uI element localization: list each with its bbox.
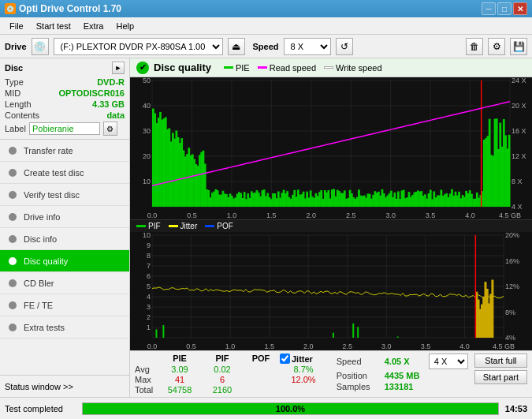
stats-right: Speed 4.05 X 4 X Position 4435 MB Sample… (337, 354, 468, 395)
stats-header-row: PIE PIF POF Jitter (135, 354, 330, 364)
disc-panel: Disc ► Type DVD-R MID OPTODISCR016 Lengt… (0, 58, 129, 140)
pif-legend-color (136, 225, 146, 227)
sidebar-item-disc-quality[interactable]: Disc quality (0, 250, 129, 272)
sidebar-label-verify-test-disc: Verify test disc (24, 190, 80, 200)
status-completed-text: Test completed (5, 404, 76, 413)
type-label: Type (5, 77, 24, 87)
main-layout: Disc ► Type DVD-R MID OPTODISCR016 Lengt… (0, 58, 532, 397)
menu-help[interactable]: Help (110, 20, 140, 32)
speed-stat-label: Speed (337, 357, 380, 366)
sidebar-menu: Transfer rate Create test disc Verify te… (0, 140, 129, 375)
upper-legend: PIE Read speed Write speed (224, 63, 382, 73)
settings-button[interactable]: ⚙ (488, 38, 505, 55)
erase-button[interactable]: 🗑 (466, 38, 483, 55)
sidebar-item-extra-tests[interactable]: Extra tests (0, 316, 129, 339)
sidebar-item-cd-bler[interactable]: CD Bler (0, 272, 129, 294)
minimize-button[interactable]: ─ (482, 2, 496, 15)
avg-jitter: 8.7% (280, 365, 327, 374)
disc-quality-header: ✔ Disc quality PIE Read speed Write spee… (130, 58, 532, 77)
total-pif: 2160 (203, 385, 242, 395)
sidebar-label-cd-bler: CD Bler (24, 279, 54, 288)
disc-info-btn[interactable]: ► (112, 62, 125, 74)
sidebar-item-create-test-disc[interactable]: Create test disc (0, 162, 129, 184)
pif-header: PIF (203, 354, 242, 363)
mid-label: MID (5, 88, 20, 98)
menu-bar: File Start test Extra Help (0, 17, 532, 35)
sidebar-label-disc-quality: Disc quality (24, 256, 68, 266)
contents-label: Contents (5, 110, 39, 120)
sidebar-label-disc-info: Disc info (24, 234, 57, 244)
menu-start-test[interactable]: Start test (30, 20, 77, 32)
pof-legend-label: POF (217, 222, 233, 230)
sidebar-label-transfer-rate: Transfer rate (24, 146, 73, 155)
label-input[interactable] (29, 122, 100, 135)
pie-header: PIE (160, 354, 199, 363)
lower-legend: PIF Jitter POF (130, 220, 532, 232)
sidebar-item-drive-info[interactable]: Drive info (0, 206, 129, 228)
max-pif: 6 (203, 375, 242, 384)
write-speed-legend-label: Write speed (336, 63, 382, 73)
position-stat-label: Position (337, 371, 380, 380)
total-label: Total (135, 385, 157, 395)
mid-value: OPTODISCR016 (58, 88, 125, 98)
pie-legend-color (224, 66, 233, 69)
sidebar-label-drive-info: Drive info (24, 212, 60, 222)
length-value: 4.33 GB (92, 99, 125, 109)
jitter-header: Jitter (292, 354, 313, 364)
total-pie: 54758 (160, 385, 199, 395)
max-label: Max (135, 375, 157, 384)
sidebar-item-transfer-rate[interactable]: Transfer rate (0, 140, 129, 162)
length-label: Length (5, 99, 32, 109)
speed-label: Speed (253, 42, 279, 51)
lower-chart-canvas (130, 232, 532, 350)
disc-label: Disc (5, 63, 23, 73)
drive-label: Drive (5, 42, 27, 51)
type-value: DVD-R (97, 77, 125, 87)
stats-bar: PIE PIF POF Jitter Avg 3.09 (130, 350, 532, 397)
samples-stat-label: Samples (337, 382, 380, 391)
content-area: ✔ Disc quality PIE Read speed Write spee… (130, 58, 532, 397)
menu-file[interactable]: File (3, 20, 30, 32)
drive-bar: Drive 💿 (F:) PLEXTOR DVDR PX-890SA 1.00 … (0, 35, 532, 58)
stats-avg-row: Avg 3.09 0.02 8.7% (135, 365, 330, 374)
sidebar: Disc ► Type DVD-R MID OPTODISCR016 Lengt… (0, 58, 130, 397)
status-bar: Test completed 100.0% 14:53 (0, 397, 532, 419)
start-part-button[interactable]: Start part (474, 370, 527, 384)
stat-empty-label (135, 354, 157, 364)
drive-icon-btn[interactable]: 💿 (32, 38, 49, 55)
pof-legend-color (205, 225, 214, 227)
sidebar-item-disc-info[interactable]: Disc info (0, 228, 129, 250)
pif-legend-label: PIF (148, 222, 161, 230)
menu-extra[interactable]: Extra (77, 20, 110, 32)
upper-chart (130, 77, 532, 220)
position-stat-val: 4435 MB (385, 371, 424, 380)
upper-chart-canvas (130, 77, 532, 219)
speed-stat-val: 4.05 X (385, 357, 424, 366)
max-pie: 41 (160, 375, 199, 384)
jitter-checkbox[interactable] (280, 354, 290, 364)
chart-speed-select[interactable]: 4 X (429, 354, 468, 369)
stats-total-row: Total 54758 2160 (135, 385, 330, 395)
maximize-button[interactable]: □ (497, 2, 512, 15)
close-button[interactable]: ✕ (513, 2, 527, 15)
refresh-button[interactable]: ↺ (336, 38, 353, 55)
lower-section: PIF Jitter POF (130, 220, 532, 350)
max-jitter: 12.0% (280, 375, 327, 384)
save-button[interactable]: 💾 (510, 38, 527, 55)
avg-pif: 0.02 (203, 365, 242, 374)
read-speed-legend-color (258, 66, 267, 69)
status-window-btn[interactable]: Status window >> (0, 375, 129, 397)
start-full-button[interactable]: Start full (474, 354, 527, 368)
read-speed-legend-label: Read speed (270, 63, 316, 73)
eject-button[interactable]: ⏏ (228, 38, 245, 55)
speed-select[interactable]: 8 X (284, 38, 331, 55)
progress-container: 100.0% (82, 402, 499, 415)
label-label: Label (5, 124, 26, 133)
label-gear-btn[interactable]: ⚙ (103, 122, 117, 136)
stats-max-row: Max 41 6 12.0% (135, 375, 330, 384)
sidebar-item-verify-test-disc[interactable]: Verify test disc (0, 184, 129, 206)
drive-select[interactable]: (F:) PLEXTOR DVDR PX-890SA 1.00 (54, 38, 223, 55)
samples-stat-val: 133181 (385, 382, 424, 391)
sidebar-label-create-test-disc: Create test disc (24, 168, 84, 178)
sidebar-item-fe-te[interactable]: FE / TE (0, 294, 129, 316)
